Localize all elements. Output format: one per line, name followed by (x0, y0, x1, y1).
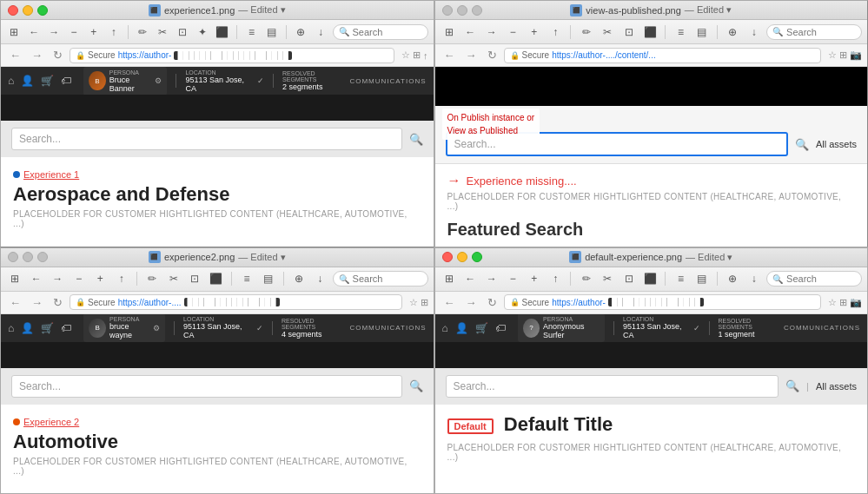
share-vap[interactable]: ↑ (547, 23, 564, 41)
refresh-nav[interactable]: ↻ (50, 47, 66, 63)
person-cms-icon[interactable]: 👤 (21, 75, 34, 87)
tool-exp2[interactable]: ⊡ (186, 270, 203, 287)
forward-nav-vap[interactable]: → (462, 47, 480, 63)
minimize-button[interactable] (23, 5, 33, 16)
grid-vap[interactable]: ▤ (693, 23, 711, 41)
persona-settings-icon[interactable]: ⚙ (155, 76, 162, 85)
back-nav-default[interactable]: ← (441, 294, 459, 311)
zoom-in-vap[interactable]: + (525, 23, 542, 41)
toolbar-search-default[interactable]: 🔍 (766, 271, 862, 287)
share-icon[interactable]: ↑ (423, 50, 428, 61)
search-box-default[interactable]: Search... (446, 375, 779, 398)
bookmark-icon[interactable]: ☆ (401, 49, 410, 61)
tool-blue-button[interactable]: ⬛ (214, 23, 230, 41)
toolbar-search-input-exp2[interactable] (353, 273, 422, 284)
url-bar-default[interactable]: 🔒 Secure https://author- ███████████████… (504, 294, 822, 310)
window-controls-default[interactable] (442, 252, 482, 262)
tool-default[interactable]: ⊡ (620, 270, 637, 287)
toolbar-search-input-default[interactable] (786, 273, 856, 284)
forward-nav-exp2[interactable]: → (28, 294, 46, 311)
maximize-button-default[interactable] (472, 252, 482, 262)
tag-icon-default[interactable]: 🏷 (495, 322, 506, 334)
search-mag-default[interactable]: 🔍 (785, 379, 799, 392)
sidebar-toggle-default[interactable]: ⊞ (441, 270, 458, 287)
maximize-button-vap[interactable] (472, 5, 482, 16)
grid-default[interactable]: ▤ (693, 270, 711, 287)
url-bar-vap[interactable]: 🔒 Secure https://author-..../content/... (504, 48, 822, 63)
close-button-vap[interactable] (442, 5, 453, 16)
menu-default[interactable]: ≡ (672, 270, 689, 287)
zoom-out-vap[interactable]: − (504, 23, 521, 41)
sidebar-toggle-button[interactable]: ⊞ (6, 23, 23, 41)
minimize-button-exp2[interactable] (23, 252, 33, 262)
zoom-out-exp2[interactable]: − (70, 270, 87, 287)
window-controls-vap[interactable] (442, 5, 482, 16)
back-nav-vap[interactable]: ← (441, 47, 459, 63)
url-bar-exp2[interactable]: 🔒 Secure https://author-.... ███████████… (70, 294, 402, 310)
download-exp2[interactable]: ↓ (311, 270, 328, 287)
cart-cms-icon[interactable]: 🛒 (41, 75, 54, 87)
pen-default[interactable]: ✏ (577, 270, 594, 287)
toolbar-search-exp2[interactable]: 🔍 (333, 271, 428, 287)
tool-blue-exp2[interactable]: ⬛ (207, 270, 224, 287)
download-vap[interactable]: ↓ (745, 23, 763, 41)
menu-vap[interactable]: ≡ (672, 23, 689, 41)
pen-button[interactable]: ✏ (135, 23, 151, 41)
close-button-exp2[interactable] (8, 252, 18, 262)
toolbar-search-input[interactable] (353, 27, 422, 37)
settings-button[interactable]: ⊕ (293, 23, 309, 41)
forward-nav-default[interactable]: → (462, 294, 480, 311)
home-icon-default[interactable]: ⌂ (442, 322, 448, 334)
cart-icon-exp2[interactable]: 🛒 (41, 322, 54, 334)
tool-vap[interactable]: ⊡ (620, 23, 637, 41)
search-mag-icon[interactable]: 🔍 (409, 133, 423, 146)
zoom-out-button[interactable]: − (66, 23, 83, 41)
grid-icon-default[interactable]: ⊞ (839, 297, 847, 308)
url-bar[interactable]: 🔒 Secure https://author- ███████████████… (70, 48, 394, 63)
zoom-in-button[interactable]: + (85, 23, 102, 41)
menu-button[interactable]: ≡ (243, 23, 260, 41)
zoom-in-exp2[interactable]: + (91, 270, 109, 287)
share-exp2[interactable]: ↑ (112, 270, 129, 287)
toolbar-search-input-vap[interactable] (786, 27, 856, 37)
back-vap[interactable]: ← (461, 23, 479, 41)
settings-default[interactable]: ⊕ (724, 270, 741, 287)
minimize-button-default[interactable] (457, 252, 467, 262)
share-button[interactable]: ↑ (105, 23, 122, 41)
menu-exp2[interactable]: ≡ (238, 270, 255, 287)
forward-nav[interactable]: → (28, 47, 46, 63)
persona-settings-icon-exp2[interactable]: ⚙ (153, 324, 160, 333)
tool-blue-default[interactable]: ⬛ (641, 270, 659, 287)
toolbar-search-vap[interactable]: 🔍 (766, 24, 862, 40)
maximize-button-exp2[interactable] (37, 252, 48, 262)
scissors-default[interactable]: ✂ (599, 270, 616, 287)
forward-button[interactable]: → (46, 23, 63, 41)
zoom-in-default[interactable]: + (525, 270, 542, 287)
tag-icon-exp2[interactable]: 🏷 (61, 322, 71, 334)
grid-exp2[interactable]: ▤ (259, 270, 276, 287)
scissors-button[interactable]: ✂ (155, 23, 171, 41)
grid-icon[interactable]: ⊞ (413, 49, 421, 61)
maximize-button[interactable] (37, 5, 48, 16)
refresh-nav-vap[interactable]: ↻ (484, 47, 500, 63)
forward-default[interactable]: → (482, 270, 500, 287)
download-button[interactable]: ↓ (313, 23, 329, 41)
home-cms-icon[interactable]: ⌂ (8, 75, 14, 87)
person-icon-exp2[interactable]: 👤 (21, 322, 34, 334)
sidebar-toggle-vap[interactable]: ⊞ (441, 23, 458, 41)
minimize-button-vap[interactable] (457, 5, 467, 16)
grid-icon-exp2[interactable]: ⊞ (421, 297, 428, 308)
crop-button[interactable]: ⊡ (175, 23, 191, 41)
person-icon-default[interactable]: 👤 (455, 322, 468, 334)
bookmark-icon-default[interactable]: ☆ (828, 297, 837, 308)
tool-blue-vap[interactable]: ⬛ (641, 23, 659, 41)
tag-cms-icon[interactable]: 🏷 (61, 75, 71, 87)
grid-icon-vap[interactable]: ⊞ (839, 49, 847, 61)
bookmark-icon-exp2[interactable]: ☆ (409, 297, 418, 308)
download-default[interactable]: ↓ (745, 270, 763, 287)
back-nav-exp2[interactable]: ← (6, 294, 24, 311)
scissors-vap[interactable]: ✂ (599, 23, 616, 41)
window-controls[interactable] (8, 5, 48, 16)
scissors-exp2[interactable]: ✂ (164, 270, 182, 287)
settings-exp2[interactable]: ⊕ (290, 270, 308, 287)
